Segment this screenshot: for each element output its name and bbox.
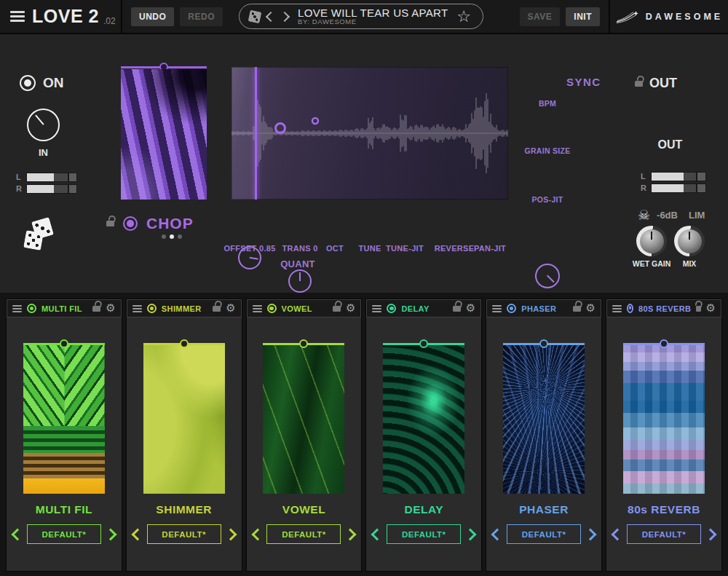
mix-label: MIX [674, 259, 705, 268]
random-preset-dice-icon[interactable] [248, 9, 262, 23]
module-preset-button[interactable]: DEFAULT* [507, 524, 581, 544]
chop-artwork[interactable] [121, 69, 207, 200]
main-menu-icon[interactable] [10, 11, 25, 22]
in-knob[interactable] [27, 109, 60, 141]
module-enable-led[interactable] [507, 304, 516, 313]
module-menu-icon[interactable] [372, 305, 381, 312]
prev-preset-icon[interactable] [266, 11, 276, 21]
module-amount-slider[interactable] [263, 343, 344, 345]
module-menu-icon[interactable] [492, 305, 502, 312]
module-amount-slider[interactable] [143, 343, 225, 345]
limiter-toggle[interactable]: LIM [689, 210, 705, 221]
module-enable-led[interactable] [387, 304, 396, 313]
module-header: VOWEL ⚙ [247, 299, 362, 317]
module-lock-icon[interactable] [573, 306, 581, 312]
module-menu-icon[interactable] [253, 305, 262, 312]
module-enable-led[interactable] [267, 304, 277, 313]
module-artwork[interactable] [383, 344, 464, 494]
preset-browser[interactable]: LOVE WILL TEAR US APART BY: DAWESOME ☆ [239, 4, 483, 29]
module-artwork[interactable] [23, 344, 105, 494]
module-lock-icon[interactable] [333, 306, 341, 312]
module-preset-row: DEFAULT* [606, 524, 721, 544]
prev-preset-button[interactable] [371, 528, 384, 540]
module-artwork[interactable] [503, 344, 585, 494]
module-preset-button[interactable]: DEFAULT* [147, 524, 221, 544]
chop-lock-icon[interactable] [106, 221, 114, 226]
module-preset-button[interactable]: DEFAULT* [27, 524, 101, 544]
gear-icon[interactable]: ⚙ [346, 303, 355, 314]
pan-jit-label: PAN-JIT [457, 244, 523, 253]
gear-icon[interactable]: ⚙ [466, 303, 475, 314]
module-menu-icon[interactable] [132, 305, 142, 312]
module-amount-slider[interactable] [623, 343, 705, 345]
meter-right-label: R [641, 184, 646, 192]
skull-icon[interactable]: ☠ [638, 208, 650, 222]
engine-on-toggle[interactable]: ON [20, 75, 64, 91]
module-preset-button[interactable]: DEFAULT* [266, 524, 341, 544]
module-enable-led[interactable] [627, 304, 633, 313]
next-preset-button[interactable] [584, 528, 596, 540]
gear-icon[interactable]: ⚙ [586, 303, 596, 314]
gear-icon[interactable]: ⚙ [106, 303, 115, 314]
preset-toolbar: UNDO REDO LOVE WILL TEAR US APART BY: DA… [122, 0, 610, 33]
chop-start-slider[interactable] [121, 66, 207, 68]
mix-knob[interactable] [674, 226, 705, 256]
module-enable-led[interactable] [27, 304, 36, 313]
init-button[interactable]: INIT [566, 7, 600, 26]
module-amount-slider[interactable] [503, 343, 585, 345]
module-preset-button[interactable]: DEFAULT* [387, 524, 461, 544]
module-artwork[interactable] [623, 344, 705, 494]
quant-toggle[interactable]: QUANT [265, 259, 331, 269]
prev-preset-button[interactable] [611, 528, 623, 540]
output-meter: L R [641, 172, 705, 195]
module-amount-slider[interactable] [23, 343, 105, 345]
favorite-star-icon[interactable]: ☆ [456, 9, 471, 25]
module-lock-icon[interactable] [213, 306, 221, 312]
next-preset-button[interactable] [224, 528, 237, 540]
module-preset-button[interactable]: DEFAULT* [627, 524, 701, 544]
next-preset-button[interactable] [344, 528, 357, 540]
limiter-db-value[interactable]: -6dB [657, 210, 678, 221]
gear-icon[interactable]: ⚙ [226, 303, 235, 314]
next-preset-button[interactable] [104, 528, 116, 540]
module-lock-icon[interactable] [453, 306, 461, 312]
playhead[interactable] [255, 67, 257, 200]
out-lock-icon[interactable] [635, 81, 643, 87]
fx-module-phaser: PHASER ⚙ PHASER DEFAULT* [486, 299, 602, 572]
bpm-knob[interactable] [535, 264, 560, 288]
chop-enable-led[interactable] [123, 216, 138, 231]
next-preset-button[interactable] [464, 528, 477, 540]
next-preset-button[interactable] [704, 528, 716, 540]
module-amount-slider[interactable] [383, 343, 464, 345]
grain-marker-large[interactable] [276, 124, 285, 133]
input-meter: L R [16, 173, 76, 196]
module-lock-icon[interactable] [696, 306, 700, 312]
redo-button[interactable]: REDO [180, 7, 223, 26]
next-preset-icon[interactable] [280, 11, 290, 21]
prev-preset-button[interactable] [12, 528, 24, 540]
wet-gain-knob[interactable] [636, 226, 667, 256]
sync-label[interactable]: SYNC [566, 76, 601, 88]
chop-label: CHOP [146, 215, 194, 232]
prev-preset-button[interactable] [131, 528, 143, 540]
randomize-dice-icon[interactable] [25, 219, 66, 257]
prev-preset-button[interactable] [251, 528, 264, 540]
save-button[interactable]: SAVE [520, 7, 561, 26]
waveform-display[interactable] [232, 67, 508, 200]
module-name: MULTI FIL [36, 503, 92, 516]
module-artwork[interactable] [263, 344, 344, 494]
module-lock-icon[interactable] [92, 306, 100, 312]
undo-button[interactable]: UNDO [131, 7, 174, 26]
meter-right-label: R [16, 184, 22, 193]
prev-preset-button[interactable] [491, 528, 504, 540]
module-artwork[interactable] [143, 344, 225, 494]
gear-icon[interactable]: ⚙ [706, 303, 716, 314]
fx-rack: MULTI FIL ⚙ MULTI FIL DEFAULT* SHI [0, 293, 728, 576]
module-enable-led[interactable] [147, 304, 157, 313]
trans-knob[interactable] [288, 269, 312, 293]
module-menu-icon[interactable] [12, 305, 22, 312]
chop-page-dots[interactable] [162, 234, 182, 239]
module-menu-icon[interactable] [612, 305, 622, 312]
grain-marker-small[interactable] [312, 118, 318, 124]
out-header-label: OUT [649, 76, 677, 91]
